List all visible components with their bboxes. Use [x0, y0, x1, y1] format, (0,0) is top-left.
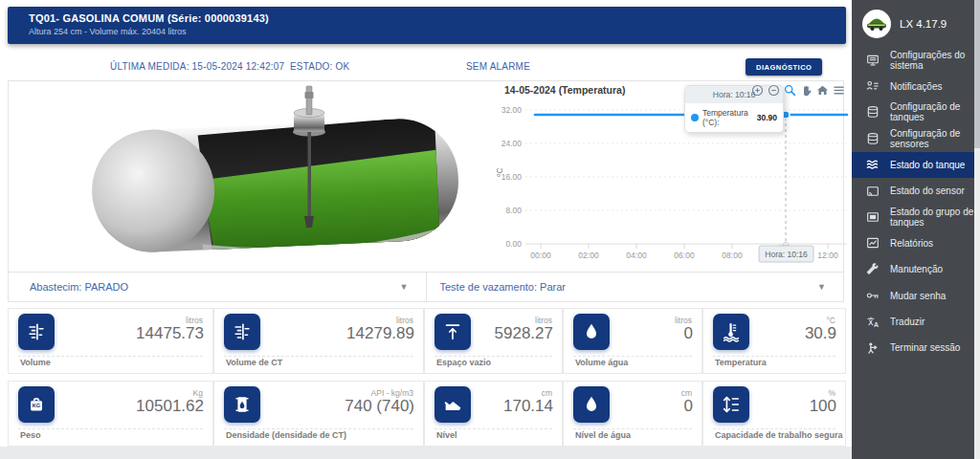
metric-value: 0 [684, 397, 693, 416]
thermometer-icon [713, 314, 749, 350]
y-tick: 0.00 [505, 239, 522, 249]
sidebar-item-configuracao-de-tanques[interactable]: Configuração de tanques [852, 99, 974, 125]
x-tick: 08:00 [722, 251, 743, 260]
chevron-down-icon: ▼ [817, 282, 826, 292]
x-tick: 02:00 [578, 251, 599, 260]
y-tick: 24.00 [501, 139, 523, 148]
x-axis-tooltip-text: Hora: 10:16 [765, 250, 808, 259]
menu-icon[interactable] [833, 84, 845, 97]
svg-text:KG: KG [33, 403, 41, 408]
capacity-icon [713, 386, 749, 423]
sidebar-item-label: Configuração de sensores [890, 128, 974, 149]
selection-zoom-icon[interactable] [784, 84, 796, 97]
notifications-icon [866, 79, 880, 93]
sensor-status-icon [866, 185, 880, 198]
sidebar-item-configuracoes-do-sistema[interactable]: Configurações do sistema [852, 47, 974, 73]
sidebar-item-label: Manutenção [890, 264, 943, 274]
tank-config-icon [866, 105, 880, 119]
metric-card-temperatura: °C 30.9 Temperatura [702, 308, 846, 374]
metric-value: 5928.27 [495, 324, 553, 343]
chevron-down-icon: ▼ [400, 282, 409, 292]
diagnostics-button[interactable]: DIAGNÓSTICO [746, 58, 822, 76]
metric-card-espaco-vazio: litros 5928.27 Espaço vazio [424, 308, 563, 374]
tank-monitoring-page: TQ01- GASOLINA COMUM (Série: 0000039143)… [0, 0, 980, 459]
controls-row: Abastecim: PARADO ▼ Teste de vazamento: … [8, 273, 844, 302]
metric-cards-grid: litros 14475.73 Volume litros 14279.89 V… [8, 308, 846, 447]
app-version: LX 4.17.9 [900, 18, 947, 30]
logout-icon [866, 341, 880, 355]
x-tick: 12:00 [817, 251, 838, 260]
sidebar-item-mudar-senha[interactable]: Mudar senha [852, 283, 974, 309]
sidebar-item-label: Traduzir [890, 317, 924, 327]
tank-status-panel: 14-05-2024 (Temperatura) [8, 80, 844, 273]
water-drop-icon [573, 386, 610, 423]
card-divider [224, 428, 413, 429]
system-settings-icon [866, 54, 880, 67]
metric-value: 740 (740) [345, 397, 414, 416]
metric-card-densidade: API - kg/m3 740 (740) Densidade (densida… [213, 381, 424, 447]
sidebar-header: LX 4.17.9 [852, 0, 974, 44]
sidebar-item-relatorios[interactable]: Relatórios [852, 230, 974, 256]
sidebar-item-label: Configurações do sistema [890, 50, 974, 71]
volume-gauge-icon [18, 314, 55, 350]
sidebar-menu: Configurações do sistema Notificações Co… [852, 47, 974, 361]
card-divider [224, 356, 413, 357]
sidebar-item-configuracao-de-sensores[interactable]: Configuração de sensores [852, 125, 974, 151]
metric-card-nivel-agua: cm 0 Nível de água [563, 381, 702, 447]
sidebar-item-manutencao[interactable]: Manutenção [852, 256, 974, 282]
sidebar-item-notificacoes[interactable]: Notificações [852, 73, 974, 98]
change-password-icon [866, 289, 880, 302]
sensor-config-icon [866, 132, 880, 145]
volume-gauge-icon [224, 314, 260, 350]
page-scrollbar[interactable] [974, 0, 980, 459]
tank-group-status-icon [866, 210, 880, 224]
sidebar-item-estado-do-grupo-de-tanques[interactable]: Estado do grupo de tanques [852, 204, 974, 230]
tank-3d-illustration [56, 84, 468, 268]
metric-value: 10501.62 [136, 397, 204, 416]
teste-vazamento-dropdown[interactable]: Teste de vazamento: Parar ▼ [426, 273, 844, 301]
temperature-chart: 14-05-2024 (Temperatura) [479, 81, 853, 271]
metric-value: 14279.89 [346, 324, 414, 343]
metric-value: 170.14 [503, 397, 553, 416]
x-tick: 00:00 [530, 251, 551, 260]
y-tick: 32.00 [501, 105, 523, 115]
translate-icon: A [866, 316, 880, 329]
series-marker-dot [691, 114, 699, 121]
metric-card-volume-agua: litros 0 Volume água [563, 308, 702, 374]
metric-value: 30.9 [805, 324, 836, 343]
chart-toolbar [751, 84, 845, 97]
level-icon [434, 386, 471, 423]
home-icon[interactable] [816, 84, 829, 97]
y-tick: 8.00 [505, 206, 522, 215]
metric-label: Volume [20, 358, 51, 367]
alarm-text: SEM ALARME [466, 61, 530, 72]
card-divider [573, 356, 692, 357]
metric-value: 14475.73 [136, 324, 204, 343]
sidebar-item-terminar-sessao[interactable]: Terminar sessão [852, 335, 974, 361]
app-logo [862, 10, 891, 38]
metric-label: Capacidade de trabalho segura [715, 430, 843, 440]
zoom-out-icon[interactable] [768, 84, 780, 97]
sidebar-item-traduzir[interactable]: A Traduzir [852, 309, 974, 335]
sidebar-item-label: Estado do grupo de tanques [890, 207, 974, 228]
metric-label: Densidade (densidade de CT) [226, 430, 346, 440]
sidebar-item-label: Configuração de tanques [890, 101, 974, 122]
abastecimento-dropdown[interactable]: Abastecim: PARADO ▼ [9, 273, 426, 301]
abastecimento-label: Abastecim: PARADO [9, 281, 128, 293]
sidebar-item-estado-do-tanque[interactable]: Estado do tanque [852, 152, 974, 178]
y-tick: 16.00 [501, 172, 523, 182]
tank-title: TQ01- GASOLINA COMUM (Série: 0000039143) [29, 12, 846, 24]
weight-icon: KG [18, 386, 55, 423]
metric-label: Temperatura [715, 358, 767, 367]
tank-status-icon [866, 158, 880, 171]
maintenance-icon [866, 263, 880, 276]
zoom-in-icon[interactable] [751, 84, 764, 97]
scrollbar-thumb[interactable] [974, 0, 980, 148]
sidebar-item-label: Estado do sensor [890, 186, 965, 196]
barrel-icon [224, 386, 260, 423]
pan-icon[interactable] [800, 84, 813, 97]
tank-subtitle: Altura 254 cm - Volume máx. 20404 litros [29, 27, 846, 36]
metric-label: Volume de CT [226, 358, 282, 367]
sidebar-item-estado-do-sensor[interactable]: Estado do sensor [852, 178, 974, 204]
metric-card-nivel: cm 170.14 Nível [424, 381, 563, 447]
